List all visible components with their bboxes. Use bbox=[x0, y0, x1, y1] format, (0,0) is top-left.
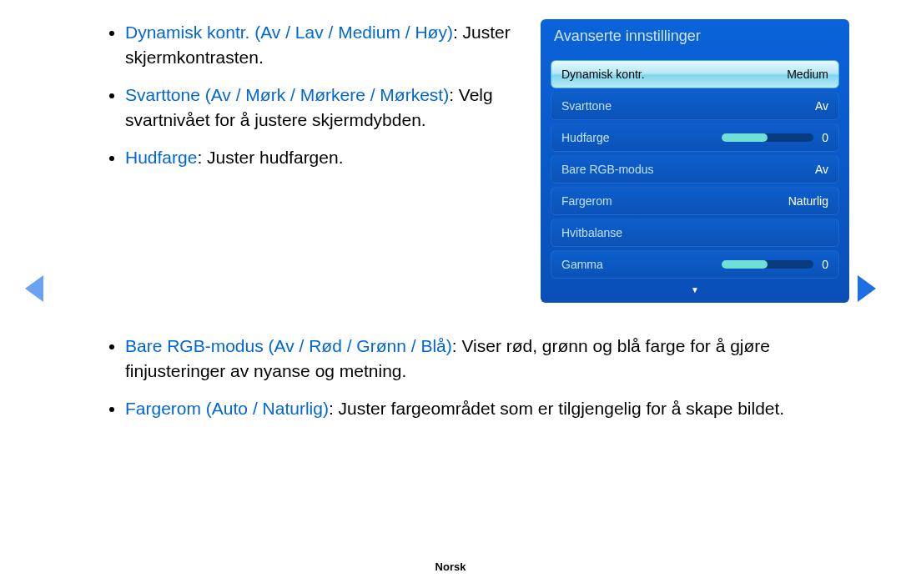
row-label: Dynamisk kontr. bbox=[561, 68, 645, 81]
settings-row[interactable]: SvarttoneAv bbox=[551, 92, 839, 120]
page-footer: Norsk bbox=[0, 560, 901, 573]
row-value: 0 bbox=[822, 131, 828, 144]
prev-page-arrow[interactable] bbox=[25, 275, 43, 302]
slider[interactable] bbox=[722, 260, 813, 269]
settings-row[interactable]: FargeromNaturlig bbox=[551, 187, 839, 215]
bullet-term: Fargerom (Auto / Naturlig) bbox=[125, 399, 329, 418]
panel-title: Avanserte innstillinger bbox=[541, 19, 849, 53]
row-label: Hudfarge bbox=[561, 131, 610, 144]
bullet-desc: : Juster fargeområdet som er tilgjengeli… bbox=[329, 399, 784, 418]
chevron-down-icon[interactable]: ▼ bbox=[541, 282, 849, 296]
row-value: Medium bbox=[787, 68, 828, 81]
bullet-term: Bare RGB-modus (Av / Rød / Grønn / Blå) bbox=[125, 336, 452, 355]
settings-row[interactable]: Bare RGB-modusAv bbox=[551, 155, 839, 183]
slider[interactable] bbox=[722, 133, 813, 142]
row-label: Gamma bbox=[561, 258, 603, 271]
row-label: Fargerom bbox=[561, 194, 612, 208]
row-label: Hvitbalanse bbox=[561, 226, 622, 239]
bullet-term: Hudfarge bbox=[125, 148, 197, 167]
bullet-item: Dynamisk kontr. (Av / Lav / Medium / Høy… bbox=[125, 20, 511, 71]
row-value: Av bbox=[815, 99, 828, 113]
row-label: Bare RGB-modus bbox=[561, 163, 653, 176]
bullet-desc: : Juster hudfargen. bbox=[197, 148, 343, 167]
bullet-item: Bare RGB-modus (Av / Rød / Grønn / Blå):… bbox=[125, 334, 834, 384]
next-page-arrow[interactable] bbox=[858, 275, 876, 302]
settings-row[interactable]: Hudfarge0 bbox=[551, 123, 839, 152]
settings-row[interactable]: Dynamisk kontr.Medium bbox=[551, 60, 839, 88]
bullet-item: Fargerom (Auto / Naturlig): Juster farge… bbox=[125, 396, 834, 421]
settings-panel: Avanserte innstillinger Dynamisk kontr.M… bbox=[541, 19, 849, 303]
row-value: Av bbox=[815, 163, 828, 176]
row-label: Svarttone bbox=[561, 99, 612, 113]
row-value: Naturlig bbox=[788, 194, 828, 208]
settings-row[interactable]: Hvitbalanse bbox=[551, 219, 839, 247]
row-value: 0 bbox=[822, 258, 828, 271]
bullet-item: Svarttone (Av / Mørk / Mørkere / Mørkest… bbox=[125, 83, 511, 133]
settings-row[interactable]: Gamma0 bbox=[551, 250, 839, 279]
bullet-item: Hudfarge: Juster hudfargen. bbox=[125, 145, 511, 170]
bullet-term: Svarttone (Av / Mørk / Mørkere / Mørkest… bbox=[125, 85, 449, 104]
bullet-term: Dynamisk kontr. (Av / Lav / Medium / Høy… bbox=[125, 23, 453, 42]
